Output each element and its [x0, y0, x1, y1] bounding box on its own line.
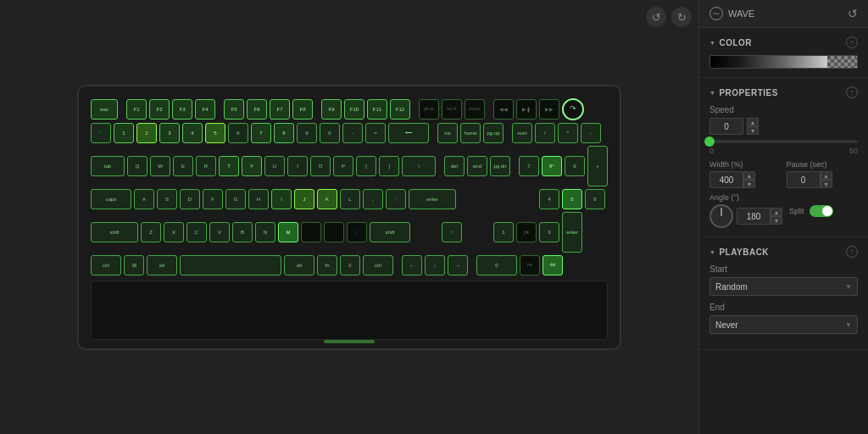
key-lalt[interactable]: alt: [147, 255, 177, 275]
key-rbracket[interactable]: ]: [379, 156, 399, 176]
key-7[interactable]: 7: [251, 123, 271, 143]
width-input[interactable]: [709, 171, 743, 188]
key-caps[interactable]: caps: [91, 189, 131, 209]
key-k[interactable]: K: [317, 189, 337, 209]
key-end[interactable]: end: [467, 156, 487, 176]
width-down-button[interactable]: ▼: [743, 180, 755, 188]
key-menu[interactable]: ≡: [340, 255, 360, 275]
angle-dial[interactable]: [709, 204, 733, 228]
key-lbracket[interactable]: [: [356, 156, 376, 176]
angle-up-button[interactable]: ▲: [771, 208, 782, 216]
angle-input[interactable]: [737, 208, 771, 225]
end-dropdown[interactable]: Never ▼: [709, 315, 858, 334]
key-j-row4[interactable]: I: [271, 189, 292, 209]
key-tab[interactable]: tab: [91, 156, 125, 176]
key-pause[interactable]: pause: [465, 99, 485, 120]
key-num0[interactable]: 0: [476, 255, 517, 275]
key-pgup[interactable]: pg up: [483, 123, 504, 143]
key-pgdn[interactable]: pg dn: [490, 156, 510, 176]
key-backspace[interactable]: ⟵: [388, 123, 429, 143]
key-backtick[interactable]: `: [91, 123, 111, 143]
key-prtsc[interactable]: prt sc: [419, 99, 439, 120]
key-m[interactable]: M: [278, 222, 298, 242]
key-left[interactable]: ←: [402, 255, 422, 275]
key-l[interactable]: L: [340, 189, 360, 209]
key-h[interactable]: H: [248, 189, 269, 209]
speed-down-button[interactable]: ▼: [747, 126, 759, 135]
key-num2[interactable]: 2▾: [516, 222, 537, 242]
key-period[interactable]: .: [324, 222, 344, 242]
key-ins[interactable]: ins: [437, 123, 458, 143]
color-gradient-bar[interactable]: [709, 55, 858, 69]
key-c[interactable]: C: [186, 222, 207, 242]
key-semicolon[interactable]: ;: [363, 189, 383, 209]
key-f9[interactable]: F9: [321, 99, 342, 120]
key-n[interactable]: N: [255, 222, 275, 242]
key-esc[interactable]: esc: [91, 99, 118, 120]
key-g[interactable]: G: [225, 189, 246, 209]
key-d[interactable]: D: [180, 189, 200, 209]
key-equals[interactable]: =: [365, 123, 386, 143]
key-f8[interactable]: F8: [292, 99, 313, 120]
key-next[interactable]: ▶▶: [539, 99, 559, 120]
key-win[interactable]: ⊞: [124, 255, 144, 275]
key-lshift[interactable]: shift: [91, 222, 138, 242]
key-num1[interactable]: 1: [493, 222, 514, 242]
key-quote[interactable]: ': [386, 189, 406, 209]
key-2[interactable]: 2: [136, 123, 157, 143]
key-numslash[interactable]: /: [535, 123, 555, 143]
pause-input[interactable]: [787, 171, 821, 188]
angle-down-button[interactable]: ▼: [771, 216, 782, 225]
key-numenter[interactable]: enter: [562, 212, 582, 253]
key-9[interactable]: 9: [297, 123, 317, 143]
speed-up-button[interactable]: ▲: [747, 118, 759, 126]
key-0[interactable]: 0: [320, 123, 340, 143]
speed-slider-track[interactable]: [709, 140, 858, 143]
key-t[interactable]: T: [219, 156, 239, 176]
key-f[interactable]: F: [203, 189, 223, 209]
key-fn[interactable]: fn: [317, 255, 337, 275]
key-i[interactable]: I: [287, 156, 308, 176]
key-slash[interactable]: /: [347, 222, 367, 242]
key-num5[interactable]: 5: [562, 189, 582, 209]
color-help-icon[interactable]: ?: [846, 36, 858, 48]
key-numdel[interactable]: del: [542, 255, 563, 275]
speed-slider-thumb[interactable]: [704, 136, 715, 147]
key-scrlk[interactable]: scr lk: [442, 99, 462, 120]
key-up[interactable]: ↑: [442, 222, 462, 242]
key-num8[interactable]: 8^: [542, 156, 562, 176]
key-r[interactable]: R: [196, 156, 216, 176]
key-rshift[interactable]: shift: [370, 222, 410, 242]
speed-input[interactable]: [709, 118, 743, 135]
key-num6[interactable]: 6: [585, 189, 605, 209]
key-right[interactable]: →: [448, 255, 468, 275]
key-f6[interactable]: F6: [247, 99, 267, 120]
key-e[interactable]: E: [173, 156, 193, 176]
key-numins[interactable]: ins: [520, 255, 540, 275]
key-a[interactable]: A: [134, 189, 154, 209]
key-numplus[interactable]: +: [587, 146, 608, 186]
key-backslash[interactable]: \: [402, 156, 436, 176]
key-num7[interactable]: 7: [519, 156, 539, 176]
key-f11[interactable]: F11: [367, 99, 387, 120]
key-comma[interactable]: ,: [301, 222, 321, 242]
key-minus[interactable]: -: [342, 123, 363, 143]
key-f2[interactable]: F2: [149, 99, 170, 120]
key-down[interactable]: ↓: [425, 255, 445, 275]
key-q[interactable]: Q: [127, 156, 147, 176]
key-home[interactable]: home: [460, 123, 481, 143]
key-numlock[interactable]: num: [512, 123, 532, 143]
key-num9[interactable]: 9: [565, 156, 585, 176]
properties-help-icon[interactable]: ?: [846, 86, 858, 98]
key-j[interactable]: J: [294, 189, 314, 209]
key-rctrl[interactable]: ctrl: [363, 255, 393, 275]
key-o[interactable]: O: [310, 156, 331, 176]
key-f3[interactable]: F3: [172, 99, 192, 120]
key-numminus[interactable]: -: [581, 123, 601, 143]
key-prev[interactable]: ◀◀: [493, 99, 514, 120]
key-4[interactable]: 4: [182, 123, 203, 143]
pause-down-button[interactable]: ▼: [821, 180, 832, 188]
key-p[interactable]: P: [333, 156, 353, 176]
key-space[interactable]: [180, 255, 281, 275]
key-5[interactable]: 5: [205, 123, 225, 143]
